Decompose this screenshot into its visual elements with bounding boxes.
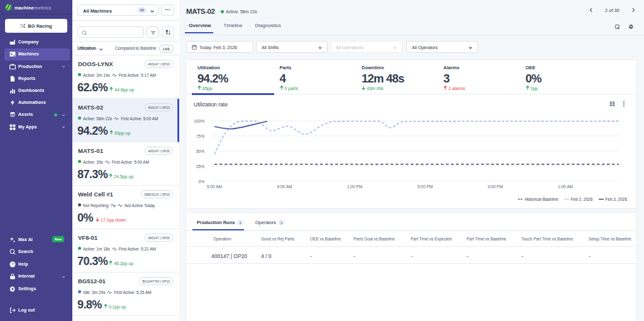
svg-text:100%: 100% (194, 119, 204, 123)
svg-text:1:00 PM: 1:00 PM (347, 184, 362, 189)
svg-text:0%: 0% (199, 179, 205, 184)
svg-text:5:00 AM: 5:00 AM (207, 184, 222, 189)
svg-text:25%: 25% (196, 164, 204, 169)
svg-text:1:00 AM: 1:00 AM (558, 184, 573, 189)
svg-text:9:00 AM: 9:00 AM (277, 184, 292, 189)
svg-text:50%: 50% (196, 149, 204, 154)
svg-text:?: ? (11, 262, 14, 266)
svg-text:5:00 PM: 5:00 PM (418, 184, 433, 189)
svg-text:75%: 75% (196, 134, 204, 138)
svg-text:9:00 PM: 9:00 PM (487, 184, 502, 189)
